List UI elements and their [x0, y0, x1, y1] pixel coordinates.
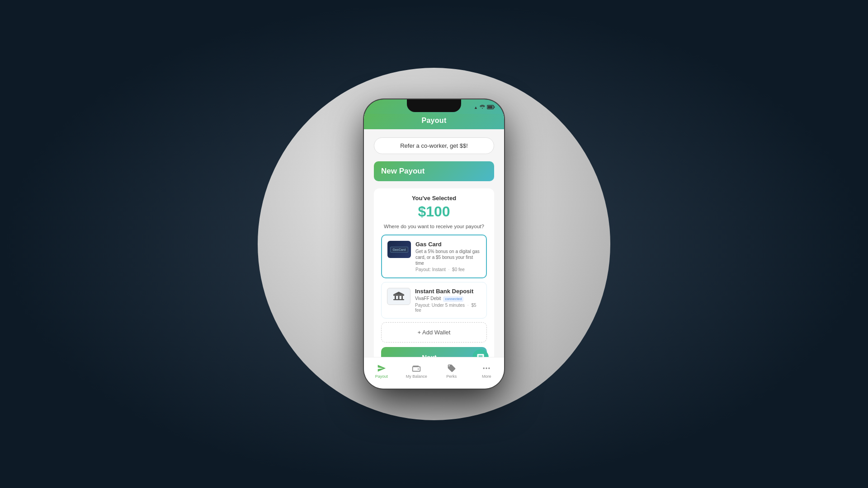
bank-meta: Payout: Under 5 minutes · $5 fee [415, 303, 481, 313]
bank-deposit-option[interactable]: Instant Bank Deposit VivaFF Debit connec… [381, 282, 487, 319]
svg-rect-1 [488, 106, 493, 108]
svg-point-11 [486, 367, 487, 369]
header-title: Payout [421, 117, 446, 124]
gas-payout-time: Instant [432, 267, 446, 272]
selected-section: You've Selected $100 Where do you want t… [374, 188, 494, 357]
screen: Payout Refer a co-worker, get $$! New Pa… [364, 114, 504, 389]
gas-card-meta: Payout: Instant · $0 fee [415, 267, 481, 272]
next-label: Next [422, 353, 437, 357]
svg-point-10 [483, 367, 485, 369]
phone-notch [407, 99, 461, 112]
wallet-icon [411, 363, 421, 373]
selected-label: You've Selected [381, 195, 487, 202]
selected-amount: $100 [381, 203, 487, 220]
wifi-icon [480, 105, 485, 110]
status-icons: ▲ [474, 105, 495, 110]
next-arrow: → [439, 353, 446, 357]
send-icon [377, 363, 387, 373]
gas-card-title: Gas Card [415, 241, 481, 248]
vixff-tag: connected [443, 296, 463, 302]
payout-question: Where do you want to receive your payout… [381, 224, 487, 229]
bank-deposit-title: Instant Bank Deposit [415, 288, 481, 295]
nav-item-payout[interactable]: Payout [364, 363, 399, 379]
svg-rect-4 [395, 296, 396, 300]
bank-payout-time: Under 5 minutes [432, 303, 465, 308]
referral-button[interactable]: Refer a co-worker, get $$! [374, 137, 494, 154]
nav-balance-label: My Balance [406, 374, 427, 379]
svg-point-9 [418, 368, 419, 370]
svg-rect-3 [393, 295, 404, 296]
svg-rect-2 [494, 107, 495, 108]
bank-payout-label: Payout: [415, 303, 432, 308]
nav-perks-label: Perks [446, 374, 457, 379]
new-payout-title: New Payout [381, 167, 425, 175]
battery-icon [487, 105, 495, 110]
nav-item-more[interactable]: More [469, 363, 505, 379]
bank-subtitle: VivaFF Debit connected [415, 296, 481, 302]
gas-fee: $0 fee [452, 267, 465, 272]
gas-card-icon: GasCard [387, 241, 411, 258]
content-area: Refer a co-worker, get $$! New Payout Yo… [364, 129, 504, 357]
gas-card-details: Gas Card Get a 5% bonus on a digital gas… [415, 241, 481, 272]
tag-icon [447, 363, 457, 373]
gas-card-option[interactable]: GasCard Gas Card Get a 5% bonus on a dig… [381, 235, 487, 278]
nav-more-label: More [482, 374, 491, 379]
signal-icon: ▲ [474, 105, 478, 110]
next-button[interactable]: Next → [381, 347, 487, 357]
new-payout-header: New Payout [374, 161, 494, 181]
nav-item-perks[interactable]: Perks [434, 363, 469, 379]
add-wallet-button[interactable]: + Add Wallet [381, 322, 487, 343]
gas-card-desc: Get a 5% bonus on a digital gas card, or… [415, 249, 481, 266]
gas-card-logo-text: GasCard [390, 247, 408, 253]
bank-icon [387, 288, 410, 305]
nav-payout-label: Payout [375, 374, 388, 379]
svg-point-12 [488, 367, 490, 369]
gas-payout-label: Payout: [415, 267, 432, 272]
svg-marker-8 [393, 292, 404, 295]
nav-item-balance[interactable]: My Balance [399, 363, 434, 379]
app-header: Payout [364, 114, 504, 129]
svg-rect-6 [401, 296, 403, 300]
bank-deposit-details: Instant Bank Deposit VivaFF Debit connec… [415, 288, 481, 313]
next-button-container: Next → [381, 347, 487, 357]
svg-rect-5 [398, 296, 400, 300]
bottom-nav: Payout My Balance Perks [364, 357, 504, 389]
svg-rect-7 [393, 299, 404, 300]
more-icon [481, 363, 491, 373]
phone-frame: ▲ Payout Refer a co-worke [364, 99, 504, 389]
